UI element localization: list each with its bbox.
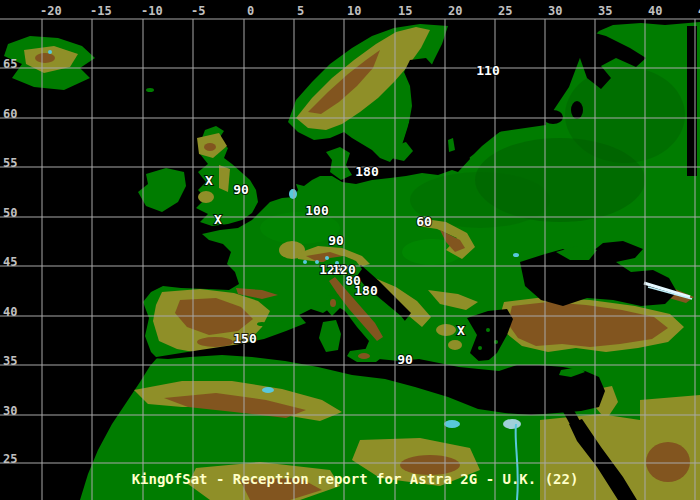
left-axis-labels: 656055504540353025 (3, 57, 17, 466)
no-reception-mark: X (205, 173, 213, 188)
latitude-tick-label: 35 (3, 354, 17, 368)
highlands-pennines (219, 165, 230, 192)
latitude-tick-label: 30 (3, 404, 17, 418)
longitude-tick-label: 40 (648, 4, 662, 18)
latitude-tick-label: 45 (3, 255, 17, 269)
peloponnese-hills (448, 340, 462, 350)
nile-delta (503, 419, 521, 429)
reception-dish-size-label: 90 (233, 182, 249, 197)
reception-dish-size-label: 90 (328, 233, 344, 248)
latitude-tick-label: 65 (3, 57, 17, 71)
longitude-tick-label: 35 (598, 4, 612, 18)
lake-ladoga (543, 110, 563, 124)
island-mallorca (271, 318, 283, 323)
shade-north-russia (565, 67, 685, 163)
landmass-faroe (146, 88, 154, 92)
no-reception-mark: X (214, 212, 222, 227)
reception-dish-size-label: 180 (355, 164, 379, 179)
danube-delta (513, 253, 519, 257)
longitude-tick-label: -5 (191, 4, 205, 18)
alpine-lake (325, 256, 329, 260)
arabia-brown (646, 442, 690, 482)
ijsselmeer (289, 189, 297, 199)
reception-dish-size-label: 150 (233, 331, 257, 346)
longitude-tick-label: 15 (398, 4, 412, 18)
aegean-island (500, 350, 504, 354)
no-reception-mark: X (457, 323, 465, 338)
aegean-island (486, 328, 490, 332)
reception-map-page: -20-15-10-5051015202530354045 6560555045… (0, 0, 700, 500)
latitude-tick-label: 50 (3, 206, 17, 220)
reception-dish-size-label: 110 (476, 63, 500, 78)
longitude-tick-label: -20 (40, 4, 62, 18)
latitude-tick-label: 55 (3, 156, 17, 170)
highlands-wales (198, 191, 214, 203)
longitude-tick-label: 10 (347, 4, 361, 18)
island-ibiza (257, 322, 267, 326)
longitude-tick-label: 0 (247, 4, 254, 18)
longitude-tick-label: -10 (141, 4, 163, 18)
reception-map: -20-15-10-5051015202530354045 6560555045… (0, 0, 700, 500)
pindus (436, 324, 456, 336)
latitude-tick-label: 25 (3, 452, 17, 466)
aegean-island (478, 346, 482, 350)
highlands-iceland-brown (35, 53, 55, 63)
longitude-tick-label: 5 (297, 4, 304, 18)
reception-dish-size-label: 100 (305, 203, 329, 218)
longitude-tick-label: -15 (90, 4, 112, 18)
corsica-hills (330, 299, 336, 307)
latitude-tick-label: 60 (3, 107, 17, 121)
lake-onega (571, 101, 583, 119)
salt-lake (444, 420, 460, 428)
latitude-tick-label: 40 (3, 305, 17, 319)
etna-hills (358, 353, 370, 359)
map-title: KingOfSat - Reception report for Astra 2… (132, 471, 579, 487)
reception-dish-size-label: 180 (354, 283, 378, 298)
longitude-tick-label: 30 (548, 4, 562, 18)
reception-dish-size-label: 60 (416, 214, 432, 229)
reception-dish-size-label: 90 (397, 352, 413, 367)
lake-geneva (303, 260, 307, 264)
longitude-tick-label: 20 (448, 4, 462, 18)
iceland-glacier (48, 50, 52, 54)
chott (262, 387, 274, 393)
highlands-scotland-brown (204, 143, 216, 151)
longitude-tick-label: 25 (498, 4, 512, 18)
sierra-nevada (197, 337, 233, 347)
